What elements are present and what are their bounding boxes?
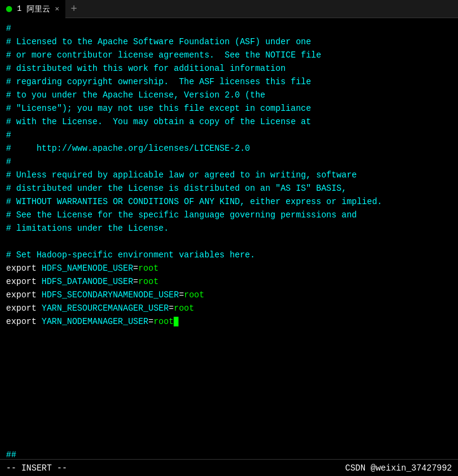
title-bar: 1 阿里云 ✕ + — [0, 0, 458, 18]
cursor — [174, 317, 178, 326]
line-28 — [6, 382, 452, 395]
line-2: # Licensed to the Apache Software Founda… — [6, 35, 452, 48]
line-17 — [6, 235, 452, 248]
line-1: # — [6, 22, 452, 35]
line-30 — [6, 408, 452, 421]
line-32 — [6, 435, 452, 448]
line-27 — [6, 368, 452, 382]
line-14: # WITHOUT WARRANTIES OR CONDITIONS OF AN… — [6, 195, 452, 208]
line-26 — [6, 355, 452, 368]
line-20: export HDFS_DATANODE_USER=root — [6, 275, 452, 288]
line-24 — [6, 328, 452, 342]
line-23: export YARN_NODEMANAGER_USER=root — [6, 315, 452, 328]
line-11: # — [6, 155, 452, 168]
line-4: # distributed with this work for additio… — [6, 62, 452, 75]
line-5: # regarding copyright ownership. The ASF… — [6, 75, 452, 88]
line-25 — [6, 342, 452, 355]
line-16: # limitations under the License. — [6, 222, 452, 235]
line-10: # http://www.apache.org/licenses/LICENSE… — [6, 142, 452, 155]
tab-close[interactable]: ✕ — [55, 4, 59, 13]
tab-name: 阿里云 — [27, 4, 50, 15]
watermark: CSDN @weixin_37427992 — [345, 463, 452, 473]
line-33: ## — [6, 448, 452, 459]
line-19: export HDFS_NAMENODE_USER=root — [6, 262, 452, 275]
line-9: # — [6, 128, 452, 142]
line-22: export YARN_RESOURCEMANAGER_USER=root — [6, 302, 452, 315]
line-3: # or more contributor license agreements… — [6, 48, 452, 62]
line-21: export HDFS_SECONDARYNAMENODE_USER=root — [6, 288, 452, 302]
line-7: # "License"); you may not use this file … — [6, 102, 452, 115]
line-31 — [6, 421, 452, 435]
editor-mode: -- INSERT -- — [6, 463, 67, 473]
line-13: # distributed under the License is distr… — [6, 182, 452, 195]
line-29 — [6, 395, 452, 408]
line-8: # with the License. You may obtain a cop… — [6, 115, 452, 128]
tab-add-button[interactable]: + — [65, 1, 82, 18]
tab[interactable]: 1 阿里云 ✕ — [0, 0, 65, 18]
line-15: # See the License for the specific langu… — [6, 208, 452, 222]
status-bar: -- INSERT -- CSDN @weixin_37427992 — [0, 459, 458, 476]
tab-label: 1 — [17, 4, 22, 13]
editor-area: # # Licensed to the Apache Software Foun… — [0, 18, 458, 459]
tab-dot — [6, 6, 12, 12]
line-6: # to you under the Apache License, Versi… — [6, 88, 452, 102]
line-12: # Unless required by applicable law or a… — [6, 168, 452, 182]
line-18: # Set Hadoop-specific environment variab… — [6, 248, 452, 262]
